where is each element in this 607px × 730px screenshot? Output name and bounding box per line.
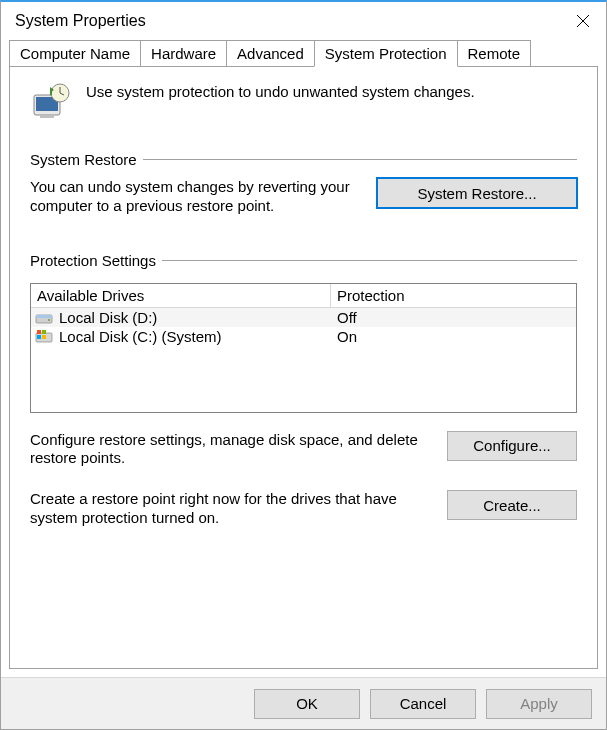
configure-description: Configure restore settings, manage disk … (30, 431, 429, 469)
windows-drive-icon (35, 328, 53, 344)
tab-system-protection[interactable]: System Protection (314, 40, 458, 67)
table-row[interactable]: Local Disk (D:) Off (31, 308, 576, 327)
svg-rect-4 (40, 115, 54, 118)
tab-strip: Computer Name Hardware Advanced System P… (9, 40, 598, 66)
apply-button[interactable]: Apply (486, 689, 592, 719)
divider (162, 260, 577, 261)
configure-row: Configure restore settings, manage disk … (30, 431, 577, 469)
protection-settings-group-label: Protection Settings (30, 252, 577, 269)
tab-panel: Use system protection to undo unwanted s… (9, 66, 598, 669)
svg-point-11 (48, 319, 50, 321)
intro-text: Use system protection to undo unwanted s… (86, 81, 475, 100)
tab-advanced[interactable]: Advanced (226, 40, 315, 66)
content-area: Computer Name Hardware Advanced System P… (1, 40, 606, 677)
table-row[interactable]: Local Disk (C:) (System) On (31, 327, 576, 346)
tab-hardware[interactable]: Hardware (140, 40, 227, 66)
dialog-footer: OK Cancel Apply (1, 677, 606, 729)
svg-rect-14 (42, 330, 46, 334)
drive-name-cell: Local Disk (D:) (31, 309, 331, 326)
configure-button[interactable]: Configure... (447, 431, 577, 461)
divider (143, 159, 577, 160)
svg-rect-15 (37, 335, 41, 339)
intro-row: Use system protection to undo unwanted s… (30, 81, 577, 123)
restore-description: You can undo system changes by reverting… (30, 178, 359, 216)
cancel-button[interactable]: Cancel (370, 689, 476, 719)
drive-name-cell: Local Disk (C:) (System) (31, 328, 331, 345)
svg-rect-10 (36, 315, 52, 318)
system-restore-button[interactable]: System Restore... (377, 178, 577, 208)
titlebar: System Properties (1, 2, 606, 40)
drive-icon (35, 309, 53, 325)
system-restore-label-text: System Restore (30, 151, 137, 168)
svg-rect-16 (42, 335, 46, 339)
drive-name-text: Local Disk (C:) (System) (59, 328, 222, 345)
ok-button[interactable]: OK (254, 689, 360, 719)
tab-computer-name[interactable]: Computer Name (9, 40, 141, 66)
drive-name-text: Local Disk (D:) (59, 309, 157, 326)
system-restore-group-label: System Restore (30, 151, 577, 168)
column-header-drives[interactable]: Available Drives (31, 284, 331, 307)
create-button[interactable]: Create... (447, 490, 577, 520)
column-header-protection[interactable]: Protection (331, 284, 576, 307)
create-row: Create a restore point right now for the… (30, 490, 577, 528)
system-protection-icon (30, 81, 72, 123)
protection-settings-label-text: Protection Settings (30, 252, 156, 269)
drives-table: Available Drives Protection Local Disk (… (30, 283, 577, 413)
drive-protection-cell: Off (331, 309, 576, 326)
system-properties-window: System Properties Computer Name Hardware… (0, 0, 607, 730)
close-button[interactable] (560, 5, 606, 37)
restore-row: You can undo system changes by reverting… (30, 178, 577, 216)
drives-header: Available Drives Protection (31, 284, 576, 308)
drive-protection-cell: On (331, 328, 576, 345)
svg-rect-13 (37, 330, 41, 334)
tab-remote[interactable]: Remote (457, 40, 532, 66)
create-description: Create a restore point right now for the… (30, 490, 429, 528)
window-title: System Properties (15, 12, 146, 30)
close-icon (576, 14, 590, 28)
